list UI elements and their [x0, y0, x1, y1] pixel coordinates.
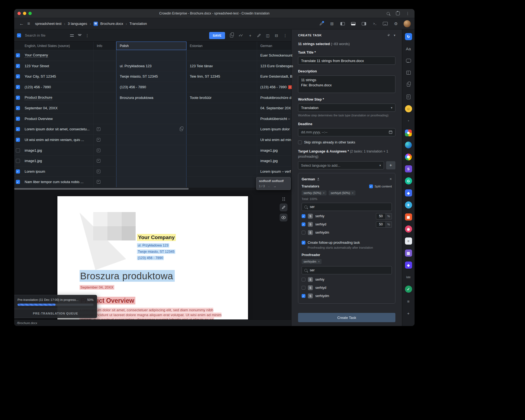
remove-tag-icon[interactable]: × [352, 191, 354, 195]
row-checkbox[interactable] [16, 53, 20, 57]
extension-colorwheel-icon[interactable] [405, 153, 412, 161]
german-cell[interactable]: 04. September 20X [257, 103, 327, 113]
calendar-icon[interactable] [389, 130, 392, 134]
rail-add-icon[interactable]: + [405, 309, 412, 317]
source-cell[interactable]: (123) 456 - 7890 [21, 82, 94, 92]
extension-green-icon[interactable]: ✓ [405, 285, 412, 293]
rail-divider-dot[interactable] [405, 117, 412, 125]
extension-shield-icon[interactable]: ◈ [405, 261, 412, 269]
german-cell[interactable]: 123 Eure Grabesgas [257, 61, 327, 71]
proofreader-search-input[interactable] [309, 268, 389, 272]
remove-language-icon[interactable]: × [390, 177, 392, 181]
polish-cell[interactable] [116, 135, 186, 145]
machine-translation-icon[interactable]: Aa [405, 45, 412, 52]
table-row[interactable]: Your CompanyEuer Schreckensunt [14, 50, 291, 61]
file-context-icon[interactable] [405, 93, 412, 101]
row-checkbox[interactable] [16, 138, 20, 142]
german-cell[interactable]: Lorem ipsum – verf [257, 166, 327, 177]
glossary-icon[interactable] [405, 69, 412, 77]
document-preview[interactable]: Your Company ul. Przykładowa 123 Twoje m… [14, 190, 291, 319]
view-options-icon[interactable]: ⋮ [85, 33, 89, 38]
grid-view-icon[interactable]: ⊞ [329, 21, 335, 27]
row-checkbox[interactable] [16, 106, 20, 110]
row-checkbox[interactable] [16, 64, 20, 68]
rail-list-icon[interactable]: ≡ [405, 297, 412, 305]
save-button[interactable]: SAVE [209, 32, 225, 39]
suggestions-icon[interactable] [318, 21, 324, 27]
column-german[interactable]: German [257, 42, 291, 50]
row-checkbox[interactable] [16, 169, 20, 174]
table-row[interactable]: September 04, 20XX04. September 20X [14, 103, 291, 114]
filter-icon[interactable] [77, 33, 82, 38]
extension-cube-icon[interactable]: ▣ [405, 213, 412, 221]
estonian-cell[interactable] [186, 135, 257, 145]
table-row[interactable]: image1.jpgimage1.jpg [14, 156, 291, 166]
table-row[interactable]: Product OverviewProduktübersicht – [14, 114, 291, 124]
translator-search-input[interactable] [309, 205, 389, 209]
german-cell[interactable]: Eure Geisterstadt, B [257, 71, 327, 82]
more-options-icon[interactable]: ⋮ [283, 33, 287, 38]
breadcrumb-project[interactable]: spreadsheet-test [35, 22, 62, 26]
german-cell[interactable]: image1.jpg [257, 156, 327, 166]
emoji-picker-icon[interactable]: ☺ [405, 105, 412, 113]
source-cell[interactable]: Your Company [21, 50, 94, 61]
polish-cell[interactable] [116, 124, 186, 134]
german-cell[interactable]: Produktübersicht – [257, 114, 327, 124]
row-checkbox[interactable] [16, 85, 20, 89]
close-window-button[interactable] [18, 12, 21, 15]
toggle-highlights-button[interactable] [280, 214, 287, 221]
breadcrumb-languages[interactable]: 3 languages [68, 22, 87, 26]
row-checkbox[interactable] [16, 117, 20, 121]
german-cell[interactable]: image1.jpg [257, 145, 327, 155]
estonian-cell[interactable]: Toote brošüür [186, 92, 257, 103]
table-row[interactable]: Your City, ST 12345Twoje miasto, ST 1234… [14, 71, 291, 82]
assignee-checkbox[interactable] [302, 294, 305, 298]
polish-cell[interactable] [116, 156, 186, 166]
followup-checkbox[interactable] [302, 241, 305, 245]
polish-cell[interactable] [116, 114, 186, 124]
browser-menu-icon[interactable]: ⋮ [405, 11, 410, 16]
table-row[interactable]: image1.jpgimage1.jpg [14, 145, 291, 156]
context-icon[interactable] [97, 180, 100, 184]
remove-tag-icon[interactable]: × [318, 260, 320, 263]
comments-icon[interactable] [405, 57, 412, 64]
pretranslation-queue-button[interactable]: PRE-TRANSLATION QUEUE [14, 309, 97, 318]
estonian-cell[interactable] [186, 145, 257, 155]
estonian-cell[interactable]: Teie linn, ST 12345 [186, 71, 257, 82]
context-icon[interactable] [97, 149, 100, 152]
extension-telegram-icon[interactable]: ✈ [405, 201, 412, 209]
polish-cell[interactable] [116, 103, 186, 113]
assignee-option[interactable]: Sserhiydm [302, 228, 392, 237]
polish-cell[interactable] [116, 166, 186, 177]
followup-row[interactable]: Create follow-up proofreading task [302, 241, 392, 245]
row-checkbox[interactable] [16, 127, 20, 131]
drag-handle-icon[interactable] [282, 197, 285, 201]
estonian-cell[interactable] [186, 177, 257, 187]
source-cell[interactable]: Nam liber tempor cum soluta nobis ... [21, 177, 94, 187]
row-checkbox[interactable] [16, 148, 20, 152]
german-cell[interactable]: Produktbroschüre d [257, 92, 327, 103]
source-cell[interactable]: image1.jpg [21, 145, 94, 155]
back-button[interactable]: ← [18, 20, 25, 27]
extension-blue-icon[interactable]: ◆ [405, 189, 412, 197]
polish-cell[interactable]: ul. Przykładowa 123 [116, 61, 186, 71]
layout-bottom-icon[interactable] [350, 21, 356, 27]
assignee-checkbox[interactable] [302, 222, 305, 226]
context-icon[interactable] [97, 127, 100, 131]
table-row[interactable]: Nam liber tempor cum soluta nobis ... [14, 177, 291, 187]
source-cell[interactable]: Product Overview [21, 114, 94, 124]
column-info[interactable]: Info [94, 42, 116, 50]
extensions-icon[interactable] [395, 11, 400, 16]
workload-percent-input[interactable] [376, 221, 386, 228]
add-string-icon[interactable]: + [248, 33, 252, 38]
split-rows-icon[interactable]: ⊟ [274, 33, 279, 38]
scrollbar-thumb[interactable] [14, 188, 189, 190]
assignee-option[interactable]: Sserhiyd% [302, 220, 392, 228]
zoom-window-button[interactable] [28, 12, 32, 15]
collapse-panel-icon[interactable]: ▾ [394, 33, 395, 37]
remove-tag-icon[interactable]: × [323, 191, 325, 195]
row-checkbox[interactable] [16, 74, 20, 78]
extension-eye-icon[interactable]: ◉ [405, 225, 412, 233]
approve-all-icon[interactable]: ✓✓ [238, 33, 244, 38]
keyboard-shortcuts-icon[interactable] [382, 21, 388, 27]
